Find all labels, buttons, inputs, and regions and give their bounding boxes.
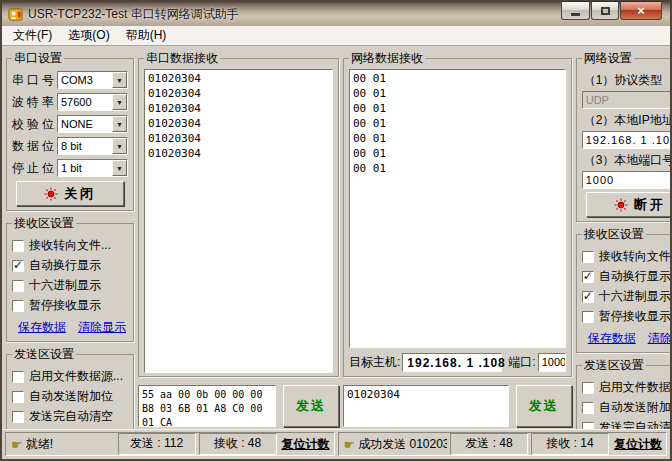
menu-item[interactable]: 文件(F) [5, 25, 60, 46]
serial-setting-combo[interactable]: NONE ▼ [57, 115, 128, 133]
serial-send-button[interactable]: 发送 [283, 385, 339, 427]
checkbox-row[interactable]: 发送完自动清空 [12, 408, 128, 425]
red-led-icon [44, 187, 58, 201]
save-data-link[interactable]: 保存数据 [18, 319, 66, 336]
checkbox[interactable] [12, 371, 24, 383]
serial-setting-combo[interactable]: COM3 ▼ [57, 71, 128, 89]
serial-setting-label: 串口号 [12, 72, 54, 89]
checkbox[interactable] [582, 382, 594, 394]
checkbox-row[interactable]: 十六进制显示 [582, 288, 670, 305]
send-settings-left-group: 发送区设置 启用文件数据源... 自动发送附加位 [6, 346, 134, 429]
checkbox[interactable] [582, 311, 594, 323]
network-column: 网络数据接收 00 01 00 01 00 01 00 01 00 01 00 … [343, 50, 572, 427]
checkbox[interactable] [12, 260, 24, 272]
local-port-label: （3）本地端口号 [584, 152, 670, 169]
serial-settings-title: 串口设置 [12, 50, 64, 67]
menu-item[interactable]: 帮助(H) [118, 25, 175, 46]
serial-close-button[interactable]: 关闭 [16, 181, 124, 206]
network-send-input[interactable]: 01020304 [343, 385, 509, 427]
send-settings-right-group: 发送区设置 启用文件数据源... 自动发送附加位 [576, 357, 670, 429]
network-disconnect-label: 断开 [634, 196, 666, 214]
recv-left-links: 保存数据 清除显示 [18, 319, 128, 336]
checkbox-label: 暂停接收显示 [599, 308, 670, 325]
network-settings-title: 网络设置 [582, 50, 634, 67]
checkbox[interactable] [12, 240, 24, 252]
checkbox-label: 接收转向文件... [599, 248, 670, 265]
reset-count-link[interactable]: 复位计数 [612, 436, 664, 453]
app-icon [8, 7, 23, 22]
checkbox[interactable] [12, 391, 24, 403]
serial-setting-label: 波特率 [12, 94, 54, 111]
checkbox-label: 自动发送附加位 [29, 388, 113, 405]
serial-setting-label: 停止位 [12, 160, 54, 177]
checkbox-row[interactable]: 暂停接收显示 [12, 297, 128, 314]
checkbox-row[interactable]: 十六进制显示 [12, 277, 128, 294]
checkbox-row[interactable]: 启用文件数据源... [582, 379, 670, 396]
checkbox[interactable] [12, 411, 24, 423]
serial-setting-combo[interactable]: 57600 ▼ [57, 93, 128, 111]
menu-item[interactable]: 选项(O) [60, 25, 117, 46]
serial-setting-row: 串口号 COM3 ▼ [12, 71, 128, 89]
network-receive-title: 网络数据接收 [349, 50, 425, 67]
network-send-button[interactable]: 发送 [516, 385, 572, 427]
menu-bar: 文件(F)选项(O)帮助(H) [2, 26, 670, 46]
checkbox-row[interactable]: 自动发送附加位 [582, 399, 670, 416]
clear-display-link[interactable]: 清除显示 [78, 319, 126, 336]
checkbox-row[interactable]: 启用文件数据源... [12, 368, 128, 385]
client-area: 串口设置 串口号 COM3 ▼ 波特率 [2, 46, 670, 429]
checkbox-row[interactable]: 暂停接收显示 [582, 308, 670, 325]
reset-count-link[interactable]: 复位计数 [280, 436, 332, 453]
pointing-hand-icon: ☛ [11, 437, 23, 452]
local-ip-input[interactable]: 192.168. 1 .107 [582, 131, 670, 149]
protocol-combo[interactable]: UDP ▼ [582, 91, 670, 109]
clear-display-link[interactable]: 清除显示 [648, 330, 670, 347]
chevron-down-icon: ▼ [112, 72, 127, 88]
checkbox-row[interactable]: 接收转向文件... [12, 237, 128, 254]
title-bar[interactable]: USR-TCP232-Test 串口转网络调试助手 × [2, 2, 670, 26]
chevron-down-icon: ▼ [112, 160, 127, 176]
received-count: 接收 : 14 [531, 433, 609, 455]
network-receive-box[interactable]: 00 01 00 01 00 01 00 01 00 01 00 01 00 0… [349, 69, 566, 348]
serial-send-input[interactable]: 55 aa 00 0b 00 00 00 B8 03 6B 01 A8 C0 0… [138, 385, 276, 427]
close-button[interactable]: × [620, 1, 662, 20]
serial-setting-combo[interactable]: 8 bit ▼ [57, 137, 128, 155]
minimize-button[interactable] [561, 1, 590, 20]
maximize-icon [601, 7, 610, 15]
checkbox-row[interactable]: 发送完自动清空 [582, 419, 670, 429]
network-receive-group: 网络数据接收 00 01 00 01 00 01 00 01 00 01 00 … [343, 50, 572, 377]
checkbox-label: 十六进制显示 [599, 288, 670, 305]
protocol-type-label: （1）协议类型 [584, 72, 670, 89]
checkbox[interactable] [582, 291, 594, 303]
close-icon: × [637, 3, 645, 18]
checkbox[interactable] [582, 422, 594, 430]
checkbox-row[interactable]: 自动换行显示 [582, 268, 670, 285]
combo-value: 1 bit [58, 160, 112, 176]
serial-setting-row: 校验位 NONE ▼ [12, 115, 128, 133]
checkbox[interactable] [12, 280, 24, 292]
serial-setting-label: 数据位 [12, 138, 54, 155]
maximize-button[interactable] [591, 1, 619, 20]
target-host-row: 目标主机: 192.168. 1 .108 端口: 1000 [349, 351, 566, 373]
target-host-input[interactable]: 192.168. 1 .108 [402, 353, 502, 372]
checkbox[interactable] [12, 300, 24, 312]
checkbox-row[interactable]: 自动换行显示 [12, 257, 128, 274]
checkbox[interactable] [582, 402, 594, 414]
checkbox-row[interactable]: 接收转向文件... [582, 248, 670, 265]
checkbox[interactable] [582, 251, 594, 263]
network-disconnect-button[interactable]: 断开 [586, 192, 670, 217]
checkbox-label: 自动发送附加位 [599, 399, 670, 416]
save-data-link[interactable]: 保存数据 [588, 330, 636, 347]
network-send-row: 01020304 发送 [343, 385, 572, 427]
checkbox-row[interactable]: 自动发送附加位 [12, 388, 128, 405]
combo-value: NONE [58, 116, 112, 132]
checkbox[interactable] [582, 271, 594, 283]
target-port-input[interactable]: 1000 [538, 353, 566, 372]
checkbox-label: 自动换行显示 [29, 257, 101, 274]
serial-receive-box[interactable]: 01020304 01020304 01020304 01020304 0102… [144, 69, 333, 373]
app-window: USR-TCP232-Test 串口转网络调试助手 × 文件(F)选项(O)帮助… [0, 0, 672, 461]
chevron-down-icon: ▼ [112, 116, 127, 132]
serial-setting-combo[interactable]: 1 bit ▼ [57, 159, 128, 177]
local-port-input[interactable]: 1000 [582, 171, 670, 189]
recv-settings-left-title: 接收区设置 [12, 215, 76, 232]
target-host-label: 目标主机: [349, 354, 400, 371]
